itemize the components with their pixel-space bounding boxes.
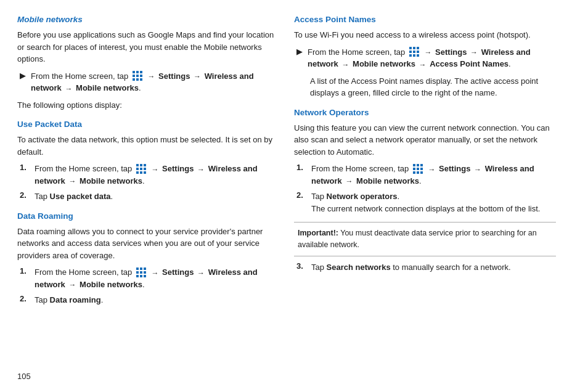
settings-label4: Settings	[435, 47, 467, 57]
bullet-arrow-icon: ▶	[20, 71, 26, 80]
network-operators-intro: Using this feature you can view the curr…	[294, 122, 556, 158]
no-step1: 1. From the Home screen, tap	[296, 163, 556, 187]
use-packet-intro: To activate the data network, this optio…	[17, 134, 279, 158]
svg-rect-40	[417, 168, 419, 170]
data-roaming-intro: Data roaming allows you to connect to yo…	[17, 226, 279, 262]
svg-rect-6	[133, 78, 135, 81]
svg-rect-30	[409, 51, 412, 53]
mobile-networks-label: Mobile networks	[76, 83, 139, 92]
arrow-icon11: →	[470, 47, 478, 58]
svg-rect-43	[417, 171, 419, 174]
apn-bullet-text: From the Home screen, tap →	[308, 46, 556, 70]
svg-rect-39	[413, 168, 415, 170]
apn-bullet: ▶ From the Home screen, tap	[296, 46, 556, 70]
right-column: Access Point Names To use Wi-Fi you need…	[294, 15, 571, 377]
svg-rect-4	[136, 75, 139, 77]
dr-step1-num: 1.	[20, 266, 30, 276]
arrow-icon8: →	[197, 267, 205, 279]
svg-rect-21	[136, 271, 139, 274]
arrow-icon12: →	[341, 59, 349, 70]
apn-label: Access Point Names	[430, 59, 508, 68]
svg-rect-27	[409, 47, 412, 49]
network-operators-label: Network operators	[327, 192, 398, 201]
svg-rect-32	[417, 51, 419, 53]
apn-note: A list of the Access Point names display…	[310, 75, 556, 99]
data-roaming-label: Data roaming	[50, 295, 101, 304]
svg-rect-17	[144, 171, 146, 174]
step2-num: 2.	[20, 190, 30, 200]
svg-rect-15	[136, 171, 139, 174]
important-box: Important!: You must deactivate data ser…	[294, 222, 556, 256]
apn-bullet-arrow: ▶	[296, 47, 303, 56]
use-packet-data-label: Use packet data	[50, 192, 111, 201]
svg-rect-42	[413, 171, 415, 174]
svg-rect-10	[140, 164, 142, 166]
svg-rect-19	[140, 267, 142, 270]
apps-grid-icon3	[136, 267, 147, 278]
arrow-icon15: →	[474, 164, 481, 175]
no-step3-text: Tap Search networks to manually search f…	[311, 261, 511, 274]
svg-rect-5	[140, 75, 142, 77]
svg-rect-8	[140, 78, 142, 81]
no-step3: 3. Tap Search networks to manually searc…	[296, 261, 556, 274]
svg-rect-33	[409, 54, 412, 57]
svg-rect-38	[420, 164, 423, 166]
step1-text: From the Home screen, tap →	[35, 163, 279, 187]
important-label: Important!:	[298, 229, 338, 237]
arrow-icon5: →	[197, 164, 205, 175]
settings-label3: Settings	[162, 267, 194, 277]
search-networks-label: Search networks	[327, 263, 391, 272]
dr-step2-num: 2.	[20, 294, 30, 303]
no-step1-num: 1.	[296, 163, 306, 172]
svg-rect-14	[144, 168, 146, 170]
apps-grid-icon5	[412, 163, 423, 174]
step2-text: Tap Use packet data.	[35, 190, 113, 203]
apn-intro: To use Wi-Fi you need access to a wirele…	[294, 29, 556, 41]
svg-rect-18	[136, 267, 139, 270]
mobile-networks-title: Mobile networks	[17, 15, 279, 24]
left-column: Mobile networks Before you use applicati…	[17, 15, 294, 377]
network-operators-title: Network Operators	[294, 108, 556, 117]
svg-rect-37	[417, 164, 419, 166]
svg-rect-25	[140, 275, 142, 277]
svg-rect-2	[140, 71, 142, 73]
svg-rect-3	[133, 75, 135, 77]
dr-step1-text: From the Home screen, tap →	[35, 266, 279, 290]
dr-step1: 1. From the Home screen, tap	[20, 266, 279, 290]
use-packet-step2: 2. Tap Use packet data.	[20, 190, 279, 203]
svg-rect-34	[413, 54, 415, 57]
no-step2-note: The current network connection displays …	[311, 204, 540, 213]
svg-rect-24	[136, 275, 139, 277]
svg-rect-22	[140, 271, 142, 274]
arrow-icon3: →	[65, 83, 72, 94]
arrow-icon16: →	[345, 176, 353, 187]
no-step2-text: Tap Network operators. The current netwo…	[311, 190, 540, 214]
mobile-label4: Mobile networks	[353, 59, 415, 68]
apn-title: Access Point Names	[294, 15, 556, 24]
svg-rect-35	[417, 54, 419, 57]
svg-rect-11	[144, 164, 146, 166]
dr-step2-text: Tap Data roaming.	[35, 294, 103, 306]
data-roaming-title: Data Roaming	[17, 211, 279, 221]
no-step3-num: 3.	[296, 261, 306, 271]
svg-rect-23	[144, 271, 146, 274]
following-text: The following options display:	[17, 99, 279, 112]
arrow-icon13: →	[419, 59, 427, 70]
svg-rect-44	[420, 171, 423, 174]
mobile-label2: Mobile networks	[80, 176, 142, 186]
arrow-icon2: →	[194, 71, 201, 82]
svg-rect-20	[144, 267, 146, 270]
mobile-networks-bullet: ▶ From the Home screen, tap	[20, 70, 279, 94]
use-packet-step1: 1. From the Home screen, tap	[20, 163, 279, 187]
mobile-networks-bullet-text: From the Home screen, tap →	[31, 70, 279, 94]
step1-num: 1.	[20, 163, 30, 172]
svg-rect-13	[140, 168, 142, 170]
svg-rect-1	[136, 71, 139, 73]
arrow-icon: →	[147, 71, 155, 82]
svg-rect-0	[133, 71, 135, 73]
settings-label5: Settings	[439, 164, 470, 173]
svg-rect-9	[136, 164, 139, 166]
mobile-label3: Mobile networks	[80, 280, 142, 289]
dr-step2: 2. Tap Data roaming.	[20, 294, 279, 306]
apps-grid-icon	[132, 70, 143, 81]
